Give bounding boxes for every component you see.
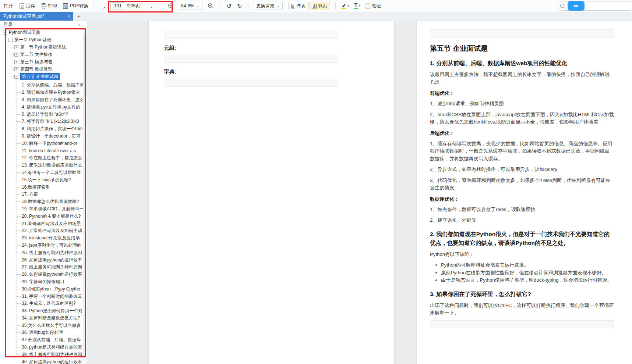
toc-item[interactable]: 10. 解释一下python的and-or (0, 140, 83, 147)
collapse-icon[interactable]: − (8, 38, 13, 42)
toc-item[interactable]: 15.说一下 mysql 的原理? (0, 176, 83, 183)
code-block-counterfunc (430, 320, 614, 328)
toc-item[interactable]: 3. 如果你困在了死循环里，怎么 (0, 96, 83, 104)
toc-item[interactable]: 33. Python里面如何拷贝一个对 (0, 307, 83, 315)
toc-item[interactable]: 9. 请设计一个decorator，它可 (0, 133, 83, 140)
undo-button[interactable]: ↺ (227, 3, 232, 10)
toc-item[interactable]: 40. 如何提高python的运行效率 (0, 358, 83, 364)
page-mode-group: 单页 双页 (288, 2, 330, 10)
toc-item[interactable]: 31. 手写一个判断时间的装饰器 (0, 293, 83, 300)
expand-icon[interactable]: + (14, 45, 18, 49)
toc-item[interactable]: 2. 我们都知道现在Python很火 (0, 89, 83, 96)
tab-title: Python面试宝典.pdf (3, 13, 44, 19)
scrollbar-thumb[interactable] (84, 35, 86, 97)
notes-label: 笔记 (372, 3, 381, 9)
toc-node-section1[interactable]: + 第一节 Python基础语法 (0, 43, 83, 51)
python-drawbacks-list: Python的可解释特征会拖累其运行速度。 虽然Python在很多方面都性能良好… (441, 261, 614, 284)
highlighter-icon (340, 3, 347, 9)
toc-item[interactable]: 24. json序列化时，可以处理的 (0, 242, 83, 249)
next-page-button[interactable]: → (148, 3, 153, 9)
toc-node-section5-selected[interactable]: − 第五节 企业面试题 (0, 73, 83, 80)
toc-item[interactable]: 37.分别从前端、后端、数据库 (0, 336, 83, 344)
toc-item[interactable]: 16.数据库索引 (0, 183, 83, 191)
toc-item[interactable]: 8. 利用切片操作，实现一个trim (0, 125, 83, 133)
toc-item[interactable]: 1. 分别从前端、后端、数据库阐 (0, 82, 83, 89)
toc-item[interactable]: 22. 异常处理写法以及如何主动 (0, 227, 83, 235)
toc-node-label: 第一章 Python基础 (14, 37, 52, 43)
text-tool-button[interactable]: T ▾ (354, 3, 360, 9)
list-item: 由于是动态语言，Python使用鸭子类型，即duck-typing，这会增加运行… (441, 276, 614, 284)
toc-item[interactable]: 4. 请谈谈.pyc文件和.py文件的 (0, 103, 83, 111)
toc-item[interactable]: 34. 如何判断是函数还是方法? (0, 315, 83, 322)
toc-sidebar: 目录 × − Python面试宝典 − 第一章 Python基础 + 第一节 P… (0, 21, 87, 364)
scroll-up-icon[interactable]: ∧ (84, 29, 87, 33)
prev-page-button[interactable]: ← (103, 3, 108, 9)
expand-icon[interactable]: + (14, 60, 18, 64)
toc-close-icon[interactable]: × (78, 22, 81, 28)
toc-node-root[interactable]: − Python面试宝典 (0, 29, 83, 36)
pdf-convert-button[interactable]: W PDF转换 (63, 3, 88, 9)
double-page-icon (312, 4, 317, 8)
toc-item[interactable]: 28. 如何提高python的运行效率 (0, 271, 83, 278)
search-input[interactable]: ∞ (558, 1, 632, 11)
toc-item[interactable]: 11. how do I iterate over a s (0, 147, 83, 154)
collapse-icon[interactable]: − (3, 31, 7, 35)
toc-item[interactable]: 38. python新式类和经典类的区 (0, 344, 83, 351)
toc-item[interactable]: 18.数据库怎么优化查询效率? (0, 198, 83, 206)
collapse-icon[interactable]: − (14, 75, 18, 79)
single-page-button[interactable]: 单页 (288, 2, 309, 10)
double-page-button[interactable]: 双页 (309, 2, 330, 10)
question3-intro: 出现了这种问题时，我们可以按Ctrl+C，这样可以打断执行程序。我们创建一个死循… (430, 302, 614, 317)
zoom-out-button[interactable] (168, 3, 174, 9)
expand-icon[interactable]: + (14, 67, 18, 71)
toc-item[interactable]: 36. 遇到bug如何处理 (0, 329, 83, 336)
tab-python-pdf[interactable]: Python面试宝典.pdf × (0, 12, 73, 21)
page-number-input[interactable] (110, 2, 125, 10)
toc-item[interactable]: 17. 方案 (0, 191, 83, 198)
save-as-label: 另存 (26, 3, 35, 9)
toc-item[interactable]: 21.装饰器的写法以及应用场景 (0, 220, 83, 227)
zoom-in-button[interactable] (208, 3, 214, 9)
toc-node-section3[interactable]: + 第三节 模块与包 (0, 58, 83, 65)
toc-item[interactable]: 14.有没有一个工具可以帮助查 (0, 169, 83, 176)
text-tool-dropdown-icon[interactable]: ▾ (359, 4, 360, 7)
toc-item[interactable]: 12. 你在爬虫过程中，都是怎么 (0, 154, 83, 162)
tab-close-icon[interactable]: × (67, 14, 70, 19)
toc-item[interactable]: 29. 字符串的操作题目 (0, 278, 83, 286)
toc-header-title: 目录 (3, 22, 13, 28)
new-tab-button[interactable]: + (73, 12, 84, 21)
zoom-out-icon (168, 3, 174, 9)
change-background-button[interactable]: 更换背景 ⌄ (253, 2, 283, 10)
toc-item[interactable]: 25. 线上服务可能因为种种原因 (0, 249, 83, 256)
toc-node-label: 第一节 Python基础语法 (20, 44, 66, 50)
toc-node-section4[interactable]: + 第四节 数据类型 (0, 65, 83, 73)
pdf-page-left: 元组: 字典: (149, 21, 394, 364)
pdf-viewer[interactable]: 元组: 字典: 第五节 企业面试题 1. 分别从前端、后端、数据库阐述web项目… (88, 21, 632, 364)
toc-item[interactable]: 39. 线上服务可能因为种种原因 (0, 351, 83, 358)
highlighter-dropdown-icon[interactable]: ▾ (347, 4, 349, 8)
toc-item[interactable]: 30.介绍Cython，Pypy Cpytho (0, 285, 83, 293)
toc-item[interactable]: 7. 将字符串 "k:1 |k1:2|k2:3|k3 (0, 118, 83, 125)
toc-node-section2[interactable]: + 第二节 文件操作 (0, 51, 83, 58)
toc-item[interactable]: 19. 简单谈谈ACID，并解释每一 (0, 206, 83, 213)
save-as-button[interactable]: 另存 (20, 3, 35, 9)
toc-item[interactable]: 26. 如何提高python的运行效率 (0, 256, 83, 264)
assistant-badge[interactable]: ∞ (568, 1, 585, 11)
open-button[interactable]: 打开 (4, 3, 13, 9)
expand-icon[interactable]: + (14, 53, 18, 57)
toc-item[interactable]: 35.为什么函数名字可以当做参 (0, 322, 83, 329)
toc-item[interactable]: 5. 请反转字符串 "aStr"? (0, 111, 83, 118)
notes-button[interactable]: 笔记 (366, 3, 381, 9)
toc-item[interactable]: 13. 爬取这些数据都用来做什么 (0, 162, 83, 169)
print-button[interactable]: 打印 (41, 3, 57, 9)
sidebar-scrollbar[interactable]: ∧ (83, 29, 87, 364)
toc-item[interactable]: 20. Python的主要功能是什么? (0, 213, 83, 220)
redo-button[interactable]: ↻ (237, 3, 242, 10)
toc-item[interactable]: 32. 生成器，迭代器的区别? (0, 300, 83, 307)
toc-node-chapter1[interactable]: − 第一章 Python基础 (0, 36, 83, 43)
highlighter-button[interactable]: ▾ (340, 3, 349, 9)
zoom-level-select[interactable]: 84.6% ⌄ (178, 2, 202, 10)
toc-item[interactable]: 23. isinstance作用以及应用场 (0, 235, 83, 242)
list-item: Python的可解释特征会拖累其运行速度。 (441, 261, 614, 269)
toc-item[interactable]: 27. 线上服务可能因为种种原因 (0, 264, 83, 271)
